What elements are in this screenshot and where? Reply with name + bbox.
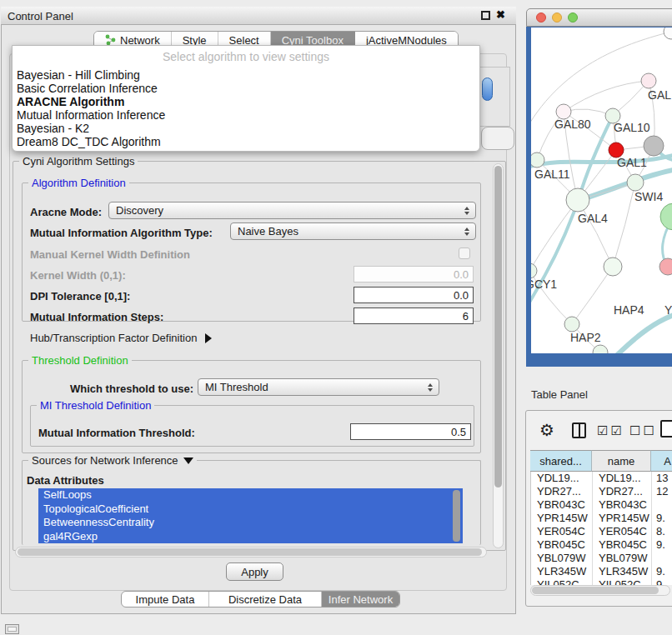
manual-kernel-checkbox[interactable] (459, 248, 470, 259)
attribute-item[interactable]: BetweennessCentrality (38, 516, 463, 530)
node-label: SWI4 (634, 190, 663, 203)
tab-discretize-data[interactable]: Discretize Data (209, 592, 322, 607)
mi-threshold-group-title: MI Threshold Definition (37, 399, 154, 412)
cyni-bottom-tabs: Impute Data Discretize Data Infer Networ… (121, 591, 400, 608)
gear-icon[interactable]: ⚙ (539, 420, 554, 440)
network-node-gray[interactable] (644, 136, 664, 156)
which-threshold-label: Which threshold to use: (70, 382, 193, 395)
hidden-button-fragment (481, 127, 514, 150)
dock-panel-icon-inner (8, 627, 17, 632)
node-label: GAL4 (578, 212, 608, 225)
algorithm-select-placeholder[interactable]: Select algorithm to view settings (13, 46, 479, 68)
network-node[interactable] (593, 345, 608, 353)
network-node-gal11[interactable] (531, 152, 544, 168)
network-node-hap2[interactable] (564, 317, 579, 332)
mi-steps-field[interactable]: 6 (354, 308, 474, 324)
control-panel-titlebar (1, 7, 516, 25)
node-label: GAL11 (534, 168, 570, 181)
attribute-item[interactable]: TopologicalCoefficient (38, 502, 463, 517)
network-node[interactable] (664, 28, 672, 39)
table-row[interactable]: YER054CYER054C8. (531, 525, 672, 538)
algorithm-definition-title: Algorithm Definition (28, 177, 129, 189)
mi-steps-label: Mutual Information Steps: (30, 311, 163, 323)
algorithm-option-aracne[interactable]: ARACNE Algorithm (13, 95, 479, 108)
network-icon (105, 34, 116, 46)
network-node-hap4[interactable] (604, 258, 622, 276)
column-header-a[interactable]: A (651, 450, 672, 472)
node-label: GCY1 (531, 278, 557, 291)
algorithm-option[interactable]: Bayesian - Hill Climbing (13, 68, 479, 82)
network-node-gal7[interactable] (641, 73, 656, 88)
table-hscrollbar-thumb[interactable] (532, 587, 659, 594)
expander-down-icon (183, 458, 193, 464)
algorithm-option[interactable]: Mutual Information Inference (13, 108, 479, 122)
network-node-salmon[interactable] (659, 258, 672, 275)
table-row[interactable]: YDR27...YDR27...12 (531, 485, 672, 498)
hub-tf-label: Hub/Transcription Factor Definition (30, 332, 197, 344)
hub-tf-expander[interactable]: Hub/Transcription Factor Definition (30, 332, 212, 344)
network-node-bright-green[interactable] (660, 203, 672, 230)
node-label: GAL10 (614, 121, 650, 134)
mi-type-label: Mutual Information Algorithm Type: (30, 227, 213, 239)
settings-hscrollbar-thumb[interactable] (18, 548, 482, 556)
table-row[interactable]: YPR145WYPR145W9. (531, 512, 672, 525)
node-label: GAL1 (617, 156, 647, 169)
node-label: HAP2 (570, 331, 601, 344)
algorithm-option[interactable]: Basic Correlation Inference (13, 82, 479, 95)
node-label: GAL80 (554, 118, 591, 131)
tab-infer-network[interactable]: Infer Network (322, 592, 399, 607)
data-attributes-label: Data Attributes (27, 474, 104, 487)
close-icon[interactable]: ✖ (496, 8, 505, 21)
column-header-shared[interactable]: shared... (530, 450, 592, 472)
node-label: HAP4 (614, 303, 644, 317)
table-row[interactable]: YBL079WYBL079W (531, 552, 672, 565)
expander-right-icon (205, 333, 212, 343)
kernel-width-field[interactable]: 0.0 (354, 266, 474, 282)
algorithm-option[interactable]: Dream8 DC_TDC Algorithm (13, 135, 479, 148)
aracne-mode-select[interactable]: Discovery (108, 202, 476, 219)
column-header-name[interactable]: name (592, 450, 651, 472)
threshold-definition-title: Threshold Definition (28, 354, 132, 367)
table-panel-title: Table Panel (531, 388, 588, 401)
algorithm-option[interactable]: Bayesian - K2 (13, 122, 479, 135)
select-all-checks-icon[interactable]: ☑☑ (597, 423, 624, 438)
sources-expander[interactable]: Sources for Network Inference (28, 454, 197, 467)
algorithm-select-popup: Select algorithm to view settings Bayesi… (12, 45, 480, 152)
columns-icon[interactable] (572, 422, 586, 438)
table-body: YDL19...YDL19...13 YDR27...YDR27...12 YB… (530, 472, 672, 585)
table-row[interactable]: YBR043CYBR043C (531, 498, 672, 512)
mi-threshold-field[interactable]: 0.5 (350, 423, 471, 440)
float-window-icon[interactable] (481, 11, 490, 20)
table-row[interactable]: YBR045CYBR045C9. (531, 538, 672, 552)
node-label: GAL (648, 88, 671, 102)
window-minimize-button[interactable] (552, 12, 562, 22)
attribute-item[interactable]: gal4RGexp (38, 530, 463, 544)
node-label: Y (664, 303, 672, 317)
document-icon[interactable] (660, 420, 672, 438)
attribute-list-scrollbar[interactable] (453, 490, 460, 542)
kernel-width-label: Kernel Width (0,1): (30, 269, 126, 282)
settings-scrollbar-thumb[interactable] (494, 166, 502, 488)
deselect-all-icon[interactable]: ☐☐ (629, 423, 657, 438)
network-canvas[interactable]: GAL GAL80 GAL10 GAL1 GAL11 SWI4 GAL4 GCY… (531, 28, 672, 353)
table-row[interactable]: YDL19...YDL19...13 (531, 472, 672, 485)
network-node-swi4[interactable] (627, 174, 644, 191)
network-node-gcy1[interactable] (531, 263, 537, 278)
manual-kernel-label: Manual Kernel Width Definition (30, 248, 190, 261)
window-zoom-button[interactable] (568, 12, 578, 22)
apply-button[interactable]: Apply (226, 562, 283, 581)
tab-impute-data[interactable]: Impute Data (122, 592, 209, 607)
network-node-gal4[interactable] (566, 188, 589, 212)
control-panel-title: Control Panel (8, 10, 73, 22)
columns-icon-divider (579, 424, 580, 437)
table-row[interactable]: YIL052CYIL052C9. (531, 578, 672, 585)
which-threshold-select[interactable]: MI Threshold (198, 378, 439, 396)
window-close-button[interactable] (536, 12, 546, 22)
dpi-tolerance-field[interactable]: 0.0 (354, 287, 474, 303)
mi-type-select[interactable]: Naive Bayes (230, 222, 476, 240)
network-window-titlebar[interactable] (526, 8, 672, 27)
table-row[interactable]: YLR345WYLR345W9. (531, 565, 672, 578)
attribute-item[interactable]: SelfLoops (38, 488, 463, 502)
dpi-tolerance-label: DPI Tolerance [0,1]: (30, 290, 130, 302)
hidden-combo-spinner (482, 78, 493, 101)
